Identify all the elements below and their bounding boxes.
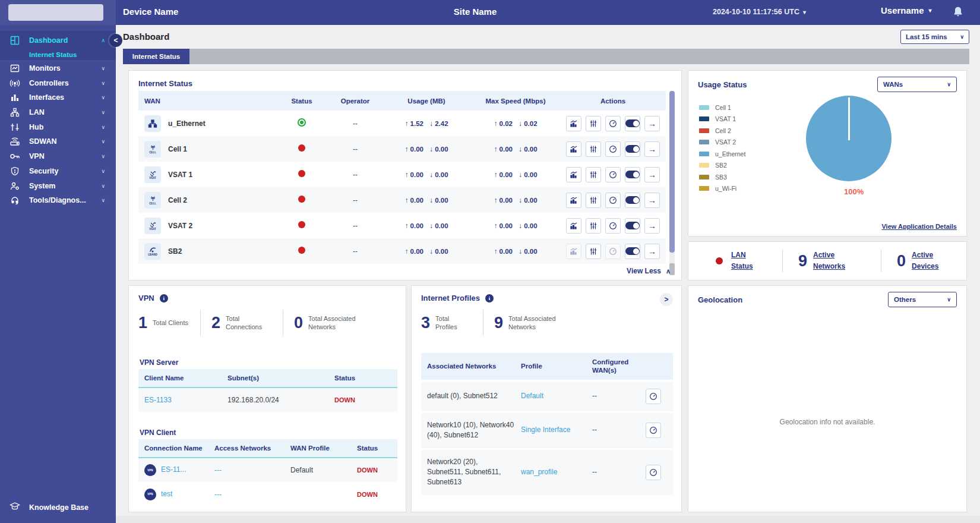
sidebar-item-dashboard[interactable]: Dashboard ∧ xyxy=(0,33,116,48)
analytics-button[interactable] xyxy=(566,167,581,182)
profile-link[interactable]: Single Interface xyxy=(521,426,570,434)
settings-sliders-button[interactable] xyxy=(586,244,601,259)
notifications-bell-icon[interactable] xyxy=(951,5,965,18)
enable-toggle[interactable] xyxy=(625,141,640,157)
enable-toggle[interactable] xyxy=(625,218,640,234)
interfaces-icon xyxy=(10,93,20,102)
speedtest-button[interactable] xyxy=(646,465,661,480)
username-menu[interactable]: Username▾ xyxy=(881,5,932,15)
enable-toggle[interactable] xyxy=(625,193,640,208)
speedtest-button[interactable] xyxy=(605,193,621,208)
legend-item: SB2 xyxy=(699,160,745,172)
scrollbar-thumb[interactable] xyxy=(669,91,675,253)
profile-link[interactable]: Default xyxy=(521,392,543,400)
sidebar-item-tools-diagnostics[interactable]: Tools/Diagnos... ∨ xyxy=(0,193,116,208)
sidebar-item-hub[interactable]: Hub ∨ xyxy=(0,119,116,134)
sidebar-item-monitors[interactable]: Monitors ∨ xyxy=(0,61,116,76)
usage-legend: Cell 1 VSAT 1 Cell 2 VSAT 2 u_Ethernet S… xyxy=(699,102,745,194)
active-devices-count: 0 xyxy=(897,252,906,270)
info-icon[interactable]: i xyxy=(160,294,168,303)
status-down-label: DOWN xyxy=(357,467,378,474)
analytics-button[interactable] xyxy=(566,193,581,208)
arrow-right-icon: → xyxy=(648,171,656,179)
settings-sliders-button[interactable] xyxy=(586,218,601,234)
sidebar-item-system[interactable]: System ∨ xyxy=(0,178,116,193)
analytics-button[interactable] xyxy=(566,141,581,157)
toggle-on-icon xyxy=(625,247,640,255)
vpn-connection-link[interactable]: ES-11... xyxy=(161,465,186,474)
settings-sliders-button[interactable] xyxy=(586,167,601,182)
lan-status-link[interactable]: LAN Status xyxy=(731,250,767,272)
sidebar-knowledge-base[interactable]: Knowledge Base xyxy=(0,499,116,516)
vpn-title: VPN xyxy=(138,294,154,303)
analytics-button xyxy=(566,244,581,259)
details-arrow-button[interactable]: → xyxy=(644,193,660,208)
legend-item: VSAT 2 xyxy=(699,137,745,149)
settings-sliders-button[interactable] xyxy=(586,116,601,131)
geolocation-scope-select[interactable]: Others∨ xyxy=(888,292,957,307)
chevron-up-icon: ∧ xyxy=(666,267,671,275)
details-arrow-button[interactable]: → xyxy=(644,116,660,131)
arrow-down-icon: ↓ xyxy=(429,119,433,128)
vpn-connection-link[interactable]: test xyxy=(161,490,172,498)
vpn-server-table: Client NameSubnet(s)Status ES-1133 192.1… xyxy=(138,369,397,412)
toggle-on-icon xyxy=(625,222,640,229)
speedtest-button[interactable] xyxy=(646,423,661,438)
vpn-icon xyxy=(10,152,20,161)
details-arrow-button[interactable]: → xyxy=(644,141,660,157)
status-down-dot xyxy=(298,144,305,152)
settings-sliders-button[interactable] xyxy=(586,193,601,208)
details-arrow-button[interactable]: → xyxy=(644,218,660,234)
enable-toggle[interactable] xyxy=(625,244,640,259)
device-name: Device Name xyxy=(123,7,178,17)
settings-sliders-button[interactable] xyxy=(586,141,601,157)
sidebar-item-controllers[interactable]: Controllers ∨ xyxy=(0,75,116,90)
enable-toggle[interactable] xyxy=(625,116,640,131)
speedtest-button[interactable] xyxy=(646,389,661,404)
speedtest-button[interactable] xyxy=(605,218,621,234)
sidebar-item-lan[interactable]: LAN ∨ xyxy=(0,105,116,120)
logo-placeholder xyxy=(8,4,103,21)
expand-chevron-button[interactable]: > xyxy=(660,293,673,306)
info-icon[interactable]: i xyxy=(485,294,494,303)
sidebar-item-security[interactable]: Security ∨ xyxy=(0,164,116,179)
wan-row-u-ethernet: u_Ethernet -- ↑ 1.52↓ 2.42 ↑ 0.02↓ 0.02 … xyxy=(138,111,666,136)
chevron-down-icon: ∨ xyxy=(101,65,105,71)
sidebar-item-vpn[interactable]: VPN ∨ xyxy=(0,149,116,164)
vpn-card: VPNi 1Total Clients 2Total Connections 0… xyxy=(128,285,406,512)
internet-profiles-stats: 3Total Profiles 9Total Associated Networ… xyxy=(421,310,574,336)
sidebar-item-interfaces[interactable]: Interfaces ∨ xyxy=(0,90,116,105)
bottom-scrollbar-strip[interactable] xyxy=(116,516,980,523)
vpn-shield-icon: VPN xyxy=(144,489,156,500)
usage-scope-select[interactable]: WANs∨ xyxy=(877,77,957,92)
profile-link[interactable]: wan_profile xyxy=(521,468,557,476)
geolocation-card: Geolocation Others∨ Geolocation info not… xyxy=(688,285,967,512)
geolocation-title: Geolocation xyxy=(698,295,742,304)
toggle-on-icon xyxy=(625,119,640,127)
details-arrow-button[interactable]: → xyxy=(644,244,660,259)
active-devices-link[interactable]: Active Devices xyxy=(912,250,947,272)
dashboard-icon xyxy=(10,36,20,45)
sidebar-item-sdwan[interactable]: SDWAN ∨ xyxy=(0,134,116,149)
table-scrollbar[interactable] xyxy=(669,91,675,275)
sidebar-subitem-internet-status[interactable]: Internet Status xyxy=(0,48,116,61)
view-less-link[interactable]: View Less∧ xyxy=(627,267,671,275)
speedtest-button[interactable] xyxy=(605,116,621,131)
details-arrow-button[interactable]: → xyxy=(644,167,660,182)
sidebar-collapse-button[interactable]: < xyxy=(109,34,122,47)
vpn-server-subtitle: VPN Server xyxy=(140,358,178,367)
analytics-button[interactable] xyxy=(566,116,581,131)
speedtest-button[interactable] xyxy=(605,167,621,182)
geolocation-empty-text: Geolocation info not available. xyxy=(688,418,966,426)
time-range-select[interactable]: Last 15 mins∨ xyxy=(900,30,969,44)
vpn-client-link[interactable]: ES-1133 xyxy=(144,396,172,404)
chevron-up-icon: ∧ xyxy=(101,37,105,43)
analytics-button[interactable] xyxy=(566,218,581,234)
speedtest-button[interactable] xyxy=(605,141,621,157)
view-application-details-link[interactable]: View Application Details xyxy=(881,223,957,230)
active-networks-link[interactable]: Active Networks xyxy=(813,250,849,272)
status-down-label: DOWN xyxy=(357,491,378,498)
enable-toggle[interactable] xyxy=(625,167,640,182)
datetime-dropdown[interactable]: 2024-10-10 11:17:56 UTC▾ xyxy=(713,8,806,16)
tab-internet-status[interactable]: Internet Status xyxy=(123,49,189,64)
